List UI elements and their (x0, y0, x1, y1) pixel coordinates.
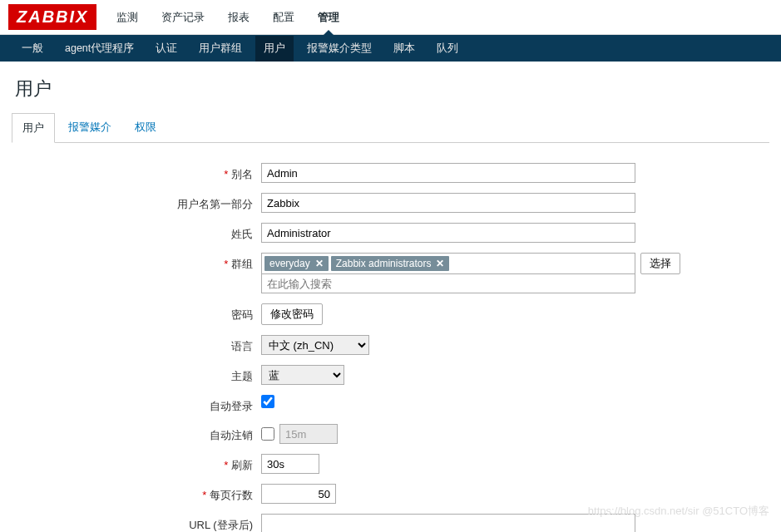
theme-select[interactable]: 蓝 (261, 365, 344, 385)
sub-nav: 一般 agent代理程序 认证 用户群组 用户 报警媒介类型 脚本 队列 (0, 35, 781, 62)
label-password: 密码 (231, 308, 253, 321)
label-autologin: 自动登录 (210, 400, 253, 412)
tab-media[interactable]: 报警媒介 (58, 113, 121, 142)
name-input[interactable] (261, 193, 635, 213)
nav-admin[interactable]: 管理 (309, 0, 348, 35)
group-chip: everyday✕ (264, 256, 329, 271)
lang-select[interactable]: 中文 (zh_CN) (261, 335, 369, 355)
nav-inventory[interactable]: 资产记录 (153, 0, 213, 35)
group-chip: Zabbix administrators✕ (331, 256, 450, 271)
page-title: 用户 (0, 62, 781, 113)
nav-monitor[interactable]: 监测 (108, 0, 146, 35)
label-autologout: 自动注销 (210, 429, 253, 441)
change-password-button[interactable]: 修改密码 (261, 303, 323, 325)
tab-bar: 用户 报警媒介 权限 (12, 113, 769, 143)
groups-multiselect[interactable]: everyday✕ Zabbix administrators✕ (261, 253, 635, 274)
tab-user[interactable]: 用户 (12, 113, 55, 143)
label-theme: 主题 (231, 370, 253, 382)
label-surname: 姓氏 (231, 228, 253, 240)
nav-report[interactable]: 报表 (220, 0, 258, 35)
alias-input[interactable] (261, 163, 635, 183)
tab-perm[interactable]: 权限 (125, 113, 166, 142)
nav-config[interactable]: 配置 (264, 0, 303, 35)
autologout-checkbox[interactable] (261, 427, 274, 441)
select-groups-button[interactable]: 选择 (640, 253, 680, 274)
main-nav: 监测 资产记录 报表 配置 管理 (108, 0, 348, 35)
close-icon[interactable]: ✕ (436, 258, 444, 269)
subnav-users[interactable]: 用户 (255, 36, 294, 62)
close-icon[interactable]: ✕ (315, 258, 324, 269)
url-input[interactable] (261, 514, 635, 532)
refresh-input[interactable] (261, 454, 319, 474)
label-alias: 别名 (231, 168, 253, 180)
rows-input[interactable] (261, 484, 336, 504)
label-name: 用户名第一部分 (177, 198, 253, 210)
surname-input[interactable] (261, 223, 635, 243)
subnav-auth[interactable]: 认证 (147, 36, 185, 62)
subnav-mediatypes[interactable]: 报警媒介类型 (299, 36, 380, 62)
subnav-queue[interactable]: 队列 (428, 36, 467, 62)
top-bar: ZABBIX 监测 资产记录 报表 配置 管理 (0, 0, 781, 35)
user-form: * 别名 用户名第一部分 姓氏 * 群组 everyday✕ Zabbix ad… (0, 143, 781, 532)
subnav-usergroups[interactable]: 用户群组 (190, 36, 250, 62)
label-refresh: 刷新 (231, 459, 253, 471)
autologin-checkbox[interactable] (261, 395, 274, 408)
label-url: URL (登录后) (189, 519, 253, 531)
groups-search-input[interactable] (261, 273, 635, 293)
label-lang: 语言 (231, 340, 253, 352)
subnav-scripts[interactable]: 脚本 (385, 36, 423, 62)
autologout-duration-input (279, 424, 338, 444)
logo[interactable]: ZABBIX (8, 4, 96, 30)
label-rows: 每页行数 (210, 489, 253, 501)
subnav-general[interactable]: 一般 (13, 36, 52, 62)
label-groups: 群组 (231, 258, 253, 270)
subnav-proxy[interactable]: agent代理程序 (57, 36, 142, 62)
